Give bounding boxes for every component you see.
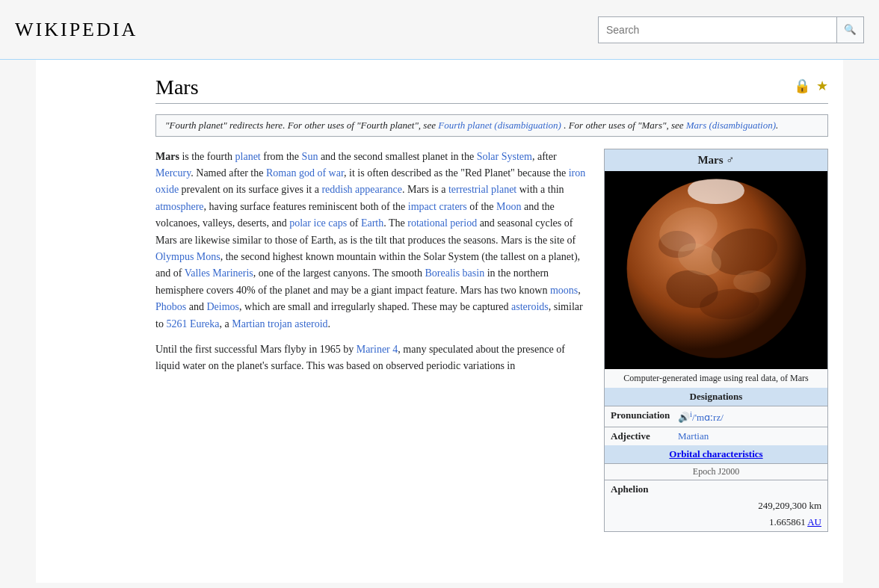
lock-icon[interactable]: 🔒 [794, 78, 810, 94]
disambig-text3: . [776, 120, 778, 131]
link-olympus-mons[interactable]: Olympus Mons [155, 251, 220, 262]
link-deimos[interactable]: Deimos [206, 301, 239, 312]
mars-bold: Mars [155, 151, 179, 162]
infobox-epoch-row: Epoch J2000 [605, 463, 827, 480]
link-rotational-period[interactable]: rotational period [407, 217, 477, 229]
pronunciation-audio-link[interactable]: 🔊i/'mɑːrz/ [678, 412, 724, 423]
search-icon: 🔍 [844, 24, 857, 35]
link-martian-trojan[interactable]: Martian trojan asteroid [232, 318, 327, 329]
infobox: Mars ♂ [604, 149, 828, 532]
pronunciation-value: 🔊i/'mɑːrz/ [672, 406, 827, 427]
title-icons: 🔒 ★ [794, 75, 828, 94]
mars-disambig-link[interactable]: Mars (disambiguation) [686, 120, 776, 131]
orbital-header-link[interactable]: Orbital characteristics [669, 448, 762, 459]
au-link[interactable]: AU [807, 516, 821, 527]
infobox-aphelion-au: 1.665861 AU [605, 515, 827, 531]
link-asteroids[interactable]: asteroids [511, 301, 549, 312]
infobox-aphelion-km: 249,209,300 km [605, 498, 827, 515]
link-phobos[interactable]: Phobos [155, 301, 186, 312]
infobox-title: Mars ♂ [605, 149, 827, 171]
link-mariner4[interactable]: Mariner 4 [357, 344, 398, 355]
infobox-designations-header: Designations [605, 388, 827, 406]
infobox-adjective-row: Adjective Martian [605, 427, 827, 445]
wikipedia-logo[interactable]: WIKIPEDIA [15, 19, 138, 41]
search-container: 🔍 [598, 16, 864, 43]
mars-image-container [605, 171, 827, 369]
header: WIKIPEDIA 🔍 [0, 0, 879, 60]
star-icon[interactable]: ★ [816, 78, 828, 94]
title-bar: Mars 🔒 ★ [155, 75, 828, 104]
infobox-pronunciation-row: Pronunciation 🔊i/'mɑːrz/ [605, 406, 827, 427]
disambig-text1: "Fourth planet" redirects here. For othe… [165, 120, 436, 131]
link-valles-marineris[interactable]: Valles Marineris [185, 267, 253, 279]
svg-point-8 [733, 270, 771, 293]
link-moons[interactable]: moons [550, 285, 578, 296]
adjective-value: Martian [672, 427, 827, 445]
link-solar-system[interactable]: Solar System [477, 151, 532, 162]
disambig-text2: . For other uses of "Mars", see [564, 120, 683, 131]
adjective-link[interactable]: Martian [678, 430, 709, 442]
link-impact-craters[interactable]: impact craters [408, 201, 467, 212]
link-reddish[interactable]: reddish appearance [321, 184, 402, 195]
disambiguation-notice: "Fourth planet" redirects here. For othe… [155, 114, 828, 137]
link-earth[interactable]: Earth [361, 217, 383, 229]
fourth-planet-link[interactable]: Fourth planet (disambiguation) [438, 120, 561, 131]
link-terrestrial[interactable]: terrestrial planet [448, 184, 516, 195]
adjective-label: Adjective [605, 427, 672, 445]
search-input[interactable] [598, 16, 837, 43]
infobox-orbital-header: Orbital characteristics [605, 445, 827, 463]
link-mercury[interactable]: Mercury [155, 167, 191, 179]
link-planet[interactable]: planet [235, 151, 261, 162]
infobox-aphelion-label: Aphelion [605, 480, 827, 498]
image-caption: Computer-generated image using real data… [605, 369, 827, 388]
link-borealis-basin[interactable]: Borealis basin [425, 267, 484, 279]
pronunciation-label: Pronunciation [605, 406, 672, 427]
search-button[interactable]: 🔍 [837, 16, 864, 43]
page-title: Mars [155, 75, 199, 100]
link-roman-god[interactable]: Roman god of war [266, 167, 344, 179]
link-5261-eureka[interactable]: 5261 Eureka [166, 318, 219, 329]
link-moon[interactable]: Moon [496, 201, 521, 212]
page-content: Mars 🔒 ★ "Fourth planet" redirects here.… [36, 60, 843, 583]
link-sun[interactable]: Sun [302, 151, 318, 162]
link-polar-ice-caps[interactable]: polar ice caps [289, 217, 347, 229]
mars-image [625, 177, 808, 360]
link-atmosphere[interactable]: atmosphere [155, 201, 204, 212]
